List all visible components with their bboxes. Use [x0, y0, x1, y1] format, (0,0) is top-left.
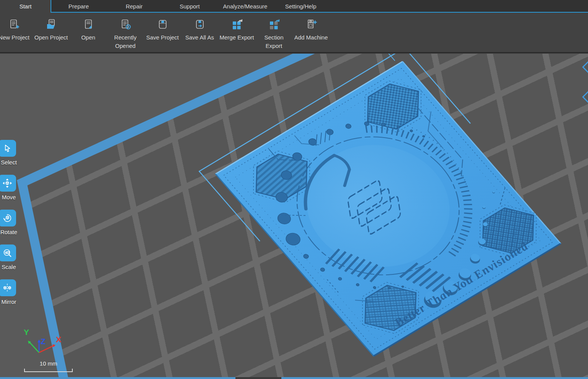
scale-tool[interactable]: Scale — [0, 244, 27, 270]
tab-prepare[interactable]: Prepare — [51, 0, 106, 13]
new-project-button[interactable]: New Project — [0, 18, 33, 42]
move-icon[interactable] — [0, 175, 16, 192]
viewport-3d[interactable]: Better Than You Envisioned Select — [0, 54, 588, 379]
select-tool[interactable]: Select — [0, 140, 27, 166]
select-cursor-icon[interactable] — [0, 140, 16, 157]
tab-divider — [51, 0, 51, 13]
axis-gizmo: Y Z X — [15, 325, 65, 359]
open-button[interactable]: Open — [70, 18, 107, 42]
ribbon-toolbar: New Project Open Project Open — [0, 13, 588, 53]
add-machine-button[interactable]: Add Machine — [292, 18, 330, 42]
merge-export-icon — [231, 18, 243, 31]
plate-front-edge-gap — [235, 377, 281, 379]
scale-bar-label: 10 mm — [24, 360, 73, 367]
tab-setting-help[interactable]: Setting/Help — [273, 0, 328, 13]
axis-x-label: X — [56, 335, 61, 344]
scale-icon[interactable] — [0, 244, 16, 261]
scale-bar: 10 mm — [24, 360, 73, 372]
tab-repair[interactable]: Repair — [106, 0, 162, 13]
section-export-button[interactable]: Section Export — [255, 18, 292, 50]
plate-front-edge-right — [281, 377, 588, 379]
move-tool[interactable]: Move — [0, 175, 27, 200]
tab-start[interactable]: Start — [0, 0, 51, 13]
merge-export-button[interactable]: Merge Export — [218, 18, 255, 42]
save-all-as-icon — [194, 18, 206, 31]
plate-front-edge-left — [0, 377, 235, 379]
axis-y-label: Y — [24, 328, 29, 336]
axis-z-label: Z — [41, 337, 46, 346]
open-project-button[interactable]: Open Project — [33, 18, 70, 42]
save-all-as-button[interactable]: Save All As — [181, 18, 218, 42]
save-project-button[interactable]: Save Project — [144, 18, 181, 42]
mirror-tool[interactable]: Mirror — [0, 279, 27, 305]
slicer-app-window: Start Prepare Repair Support Analyze/Mea… — [0, 0, 588, 379]
add-machine-icon — [305, 18, 317, 31]
recently-opened-button[interactable]: Recently Opened — [107, 18, 144, 50]
menu-tab-bar: Start Prepare Repair Support Analyze/Mea… — [0, 0, 588, 13]
tab-support[interactable]: Support — [162, 0, 217, 13]
save-project-icon — [157, 18, 169, 31]
recently-opened-icon — [119, 18, 132, 31]
scale-bar-ruler — [24, 369, 73, 372]
tab-analyze-measure[interactable]: Analyze/Measure — [217, 0, 273, 13]
new-project-icon — [8, 18, 20, 31]
open-icon — [82, 18, 95, 31]
mirror-icon[interactable] — [0, 279, 16, 296]
open-project-icon — [45, 18, 57, 31]
rotate-tool[interactable]: Rotate — [0, 210, 27, 235]
rotate-icon[interactable] — [0, 210, 16, 226]
section-export-icon — [268, 18, 280, 31]
